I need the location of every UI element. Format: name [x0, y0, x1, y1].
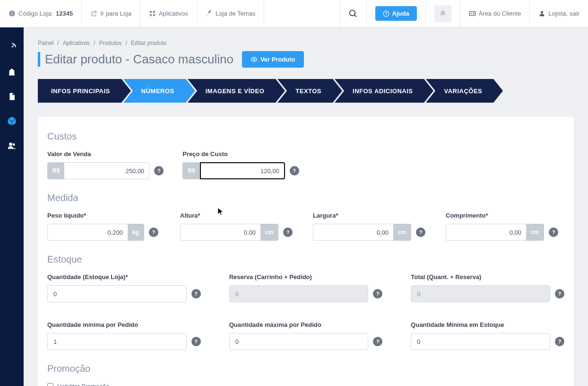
step-textos[interactable]: TEXTOS	[277, 79, 333, 103]
reserve-label: Reserva (Carrinho + Pedido)	[229, 273, 383, 281]
svg-point-14	[541, 11, 543, 14]
width-input[interactable]	[313, 224, 393, 241]
external-link-icon	[90, 10, 97, 17]
go-to-store-link[interactable]: Ir para Loja	[82, 0, 140, 27]
qty-input[interactable]	[47, 285, 187, 302]
svg-rect-10	[469, 11, 476, 16]
field-qty: Quantidade (Estoque Loja)* ?	[47, 273, 201, 302]
cost-price-input[interactable]	[200, 162, 285, 179]
help-icon[interactable]: ?	[555, 289, 564, 298]
step-infos-adicionais[interactable]: INFOS ADICIONAIS	[335, 79, 424, 103]
section-measure-title: Medida	[47, 193, 564, 203]
help-icon[interactable]: ?	[283, 228, 293, 237]
crumb-painel[interactable]: Painel	[38, 40, 53, 46]
help-icon[interactable]: ?	[416, 228, 425, 237]
apps-link[interactable]: Aplicativos	[140, 0, 197, 27]
field-reserve: Reserva (Carrinho + Pedido) ?	[229, 273, 383, 302]
weight-label: Peso líquido*	[47, 212, 166, 219]
help-button[interactable]: ? Ajuda	[375, 6, 417, 21]
view-product-button[interactable]: Ver Produto	[242, 51, 304, 68]
field-width: Largura* cm ?	[313, 212, 432, 241]
weight-input[interactable]	[47, 224, 128, 241]
field-min-order: Quantidade mínima por Pedido ?	[47, 321, 201, 350]
field-sale-price: Valor de Venda R$ ?	[47, 150, 164, 179]
eye-icon	[251, 56, 258, 63]
min-order-input[interactable]	[47, 333, 187, 350]
sidebar-customers[interactable]	[6, 140, 17, 151]
topbar: i Código Loja: 12345 Ir para Loja Aplica…	[0, 0, 588, 27]
shopping-bag-icon	[7, 67, 17, 77]
bell-icon	[439, 10, 447, 18]
help-icon[interactable]: ?	[555, 337, 564, 346]
cm-suffix: cm	[260, 224, 278, 241]
breadcrumb: Painel/ Aplicativos/ Produtos/ Editar pr…	[38, 40, 574, 46]
themes-link[interactable]: Loja de Temas	[197, 0, 264, 27]
reserve-input	[229, 285, 369, 302]
step-numeros[interactable]: NÚMEROS	[123, 79, 186, 103]
height-input[interactable]	[180, 224, 260, 241]
notifications-button[interactable]	[434, 5, 451, 22]
svg-text:i: i	[11, 11, 12, 16]
search-area[interactable]	[339, 0, 366, 27]
help-icon[interactable]: ?	[191, 337, 201, 346]
users-icon	[7, 141, 17, 150]
step-variacoes[interactable]: VARIAÇÕES	[426, 79, 493, 103]
svg-point-17	[253, 59, 255, 61]
svg-point-16	[13, 143, 15, 146]
help-icon[interactable]: ?	[154, 166, 164, 175]
section-costs-title: Custos	[47, 131, 564, 142]
sidebar-pages[interactable]	[6, 91, 17, 102]
crumb-current: Editar produto	[131, 40, 166, 46]
brush-icon	[206, 10, 213, 17]
cube-icon	[7, 116, 17, 126]
svg-rect-5	[153, 14, 155, 16]
help-icon[interactable]: ?	[373, 337, 382, 346]
gauge-icon	[7, 42, 17, 53]
field-height: Altura* cm ?	[180, 212, 299, 241]
help-icon[interactable]: ?	[191, 289, 201, 298]
promo-enable-checkbox[interactable]	[47, 383, 53, 386]
help-icon[interactable]: ?	[373, 289, 382, 298]
help-icon[interactable]: ?	[290, 166, 299, 175]
min-order-label: Quantidade mínima por Pedido	[47, 321, 201, 328]
page-title: Editar produto - Casaco masculino	[38, 52, 233, 67]
qty-label: Quantidade (Estoque Loja)*	[47, 273, 201, 281]
sidebar-products[interactable]	[6, 115, 17, 127]
client-area-link[interactable]: Área do Cliente	[460, 0, 530, 27]
store-code: i Código Loja: 12345	[0, 0, 82, 27]
max-order-input[interactable]	[229, 333, 369, 350]
crumb-apps[interactable]: Aplicativos	[63, 40, 90, 46]
form-panel: Custos Valor de Venda R$ ? Preço de Cust…	[38, 117, 574, 386]
max-order-label: Quantidade máxima por Pedido	[229, 321, 383, 328]
step-infos-principais[interactable]: INFOS PRINCIPAIS	[38, 79, 121, 103]
field-max-order: Quantidade máxima por Pedido ?	[229, 321, 383, 350]
cm-suffix: cm	[526, 224, 544, 241]
content-area: Painel/ Aplicativos/ Produtos/ Editar pr…	[24, 27, 588, 386]
section-promo-title: Promoção	[47, 363, 564, 374]
help-icon[interactable]: ?	[549, 228, 558, 237]
sidebar-orders[interactable]	[6, 66, 17, 78]
field-min-stock: Quantidade Mínima em Estoque ?	[411, 321, 564, 350]
crumb-products[interactable]: Produtos	[99, 40, 121, 46]
svg-point-6	[349, 10, 355, 16]
svg-point-15	[9, 142, 12, 146]
svg-rect-2	[150, 11, 152, 13]
step-nav: INFOS PRINCIPAIS NÚMEROS IMAGENS E VÍDEO…	[38, 79, 574, 103]
logout-link[interactable]: Lojista, sair	[529, 0, 588, 27]
sidebar-dashboard[interactable]	[6, 42, 17, 53]
step-imagens[interactable]: IMAGENS E VÍDEO	[188, 79, 276, 103]
info-icon: i	[9, 10, 16, 17]
svg-point-11	[470, 13, 472, 14]
length-input[interactable]	[446, 224, 526, 241]
currency-prefix: R$	[47, 162, 64, 179]
length-label: Comprimento*	[446, 212, 564, 219]
cost-price-label: Preço de Custo	[182, 150, 299, 158]
help-icon[interactable]: ?	[149, 228, 158, 237]
sale-price-input[interactable]	[64, 162, 149, 179]
promo-enable-row: Habilitar Promoção	[47, 383, 564, 386]
min-stock-input[interactable]	[411, 333, 550, 350]
currency-prefix: R$	[182, 162, 199, 179]
total-input	[411, 285, 550, 302]
kg-suffix: kg	[128, 224, 144, 241]
svg-line-7	[354, 15, 356, 17]
